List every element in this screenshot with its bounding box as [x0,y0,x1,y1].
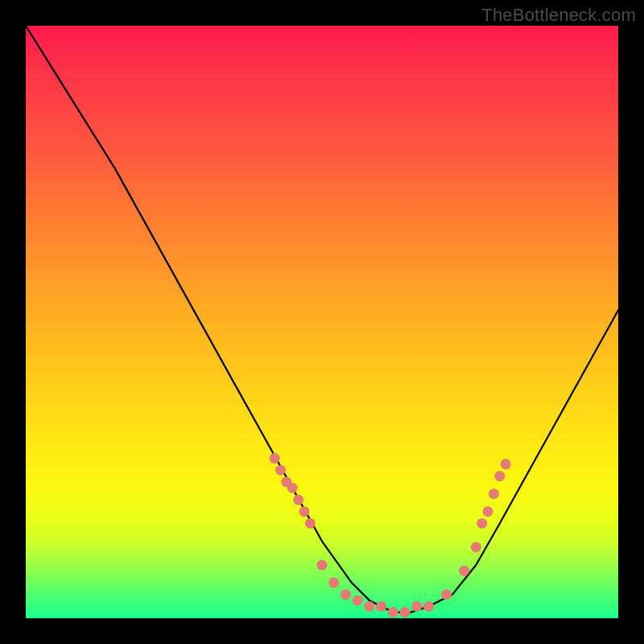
threshold-dot [477,518,487,529]
threshold-dot [293,494,303,505]
threshold-dot [501,459,511,469]
threshold-dot [317,559,328,570]
threshold-dot [483,506,493,517]
threshold-dot [353,595,363,605]
threshold-dot [388,607,398,617]
threshold-dot [299,506,309,517]
bottleneck-curve [26,26,618,613]
threshold-dot [423,601,434,612]
threshold-dots [270,453,511,617]
threshold-dot [270,453,280,464]
threshold-dot [441,589,452,600]
threshold-dot [287,483,298,493]
threshold-dot [305,518,316,529]
threshold-dot [376,601,386,612]
threshold-dot [489,489,499,499]
threshold-dot [400,607,411,617]
threshold-dot [275,465,286,476]
threshold-dot [364,601,374,612]
threshold-dot [328,577,339,588]
watermark-text: TheBottleneck.com [481,5,636,26]
plot-area [26,26,618,618]
chart-svg [26,26,618,618]
threshold-dot [411,601,422,612]
threshold-dot [459,566,469,576]
chart-frame: TheBottleneck.com [0,0,644,644]
threshold-dot [471,542,481,552]
threshold-dot [341,589,351,600]
threshold-dot [494,471,505,481]
